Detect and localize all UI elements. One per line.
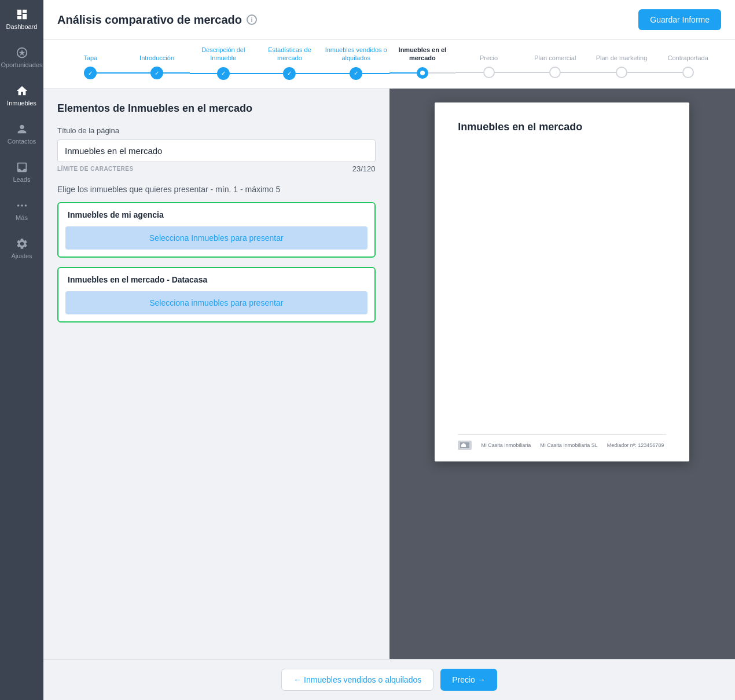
preview-footer-mediador: Mediador nº: 123456789: [607, 442, 664, 448]
step-contraportada-dot: [682, 67, 694, 78]
step-vendidos[interactable]: Inmuebles vendidos o alquilados ✓: [323, 46, 389, 80]
header: Análisis comparativo de mercado i Guarda…: [43, 0, 735, 40]
sidebar-label-dashboard: Dashboard: [6, 23, 38, 30]
sidebar-label-contactos: Contactos: [8, 138, 36, 145]
page-title-input[interactable]: [57, 140, 376, 162]
sidebar-label-ajustes: Ajustes: [11, 252, 32, 259]
step-contraportada[interactable]: Contraportada: [655, 46, 721, 78]
step-descripcion-dot: ✓: [217, 67, 230, 80]
step-vendidos-label: Inmuebles vendidos o alquilados: [323, 46, 389, 63]
select-hint: Elige los inmuebles que quieres presenta…: [57, 185, 376, 194]
datacasa-properties-section: Inmuebles en el mercado - Datacasa Selec…: [57, 267, 376, 322]
sidebar-item-contactos[interactable]: Contactos: [0, 115, 43, 153]
header-title-area: Análisis comparativo de mercado i: [57, 13, 257, 27]
step-descripcion[interactable]: Descripción del Inmueble ✓: [190, 46, 256, 80]
step-comercial-label: Plan comercial: [534, 46, 576, 62]
step-comercial-dot: [549, 67, 561, 78]
page-title: Análisis comparativo de mercado: [57, 13, 242, 27]
char-count-value: 23/120: [352, 164, 376, 173]
bottom-nav: ← Inmuebles vendidos o alquilados Precio…: [43, 659, 735, 700]
agency-section-header: Inmuebles de mi agencia: [58, 203, 374, 226]
sidebar-item-mas[interactable]: Más: [0, 191, 43, 229]
agency-select-button[interactable]: Selecciona Inmuebles para presentar: [65, 226, 368, 250]
sidebar-label-inmuebles: Inmuebles: [7, 100, 36, 107]
home-icon: [16, 85, 28, 97]
step-estadisticas-dot: ✓: [283, 67, 296, 80]
person-icon: [16, 123, 28, 135]
step-precio-dot: [483, 67, 495, 78]
prev-button[interactable]: ← Inmuebles vendidos o alquilados: [281, 669, 433, 691]
preview-page: Inmuebles en el mercado Mi Casita Inmobi…: [435, 102, 689, 461]
prev-button-label: ← Inmuebles vendidos o alquilados: [293, 675, 421, 684]
step-precio-label: Precio: [480, 46, 498, 62]
step-tapa-dot: ✓: [84, 67, 97, 79]
step-comercial[interactable]: Plan comercial: [522, 46, 589, 78]
main-content: Análisis comparativo de mercado i Guarda…: [43, 0, 735, 700]
section-title: Elementos de Inmuebles en el mercado: [57, 102, 376, 115]
next-button-label: Precio →: [452, 675, 486, 684]
dashboard-icon: [16, 8, 28, 21]
save-button[interactable]: Guardar Informe: [638, 9, 721, 30]
preview-content: [458, 145, 666, 423]
datacasa-select-button[interactable]: Selecciona inmuebles para presentar: [65, 291, 368, 314]
step-estadisticas[interactable]: Estadísticas de mercado ✓: [256, 46, 323, 80]
preview-footer-legal: Mi Casita Inmobiliaria SL: [540, 442, 598, 448]
svg-point-3: [24, 204, 27, 207]
char-count-label: LÍMITE DE CARACTERES: [57, 166, 134, 172]
sidebar-item-ajustes[interactable]: Ajustes: [0, 229, 43, 267]
step-mercado[interactable]: Inmuebles en el mercado: [389, 46, 456, 79]
step-tapa[interactable]: Tapa ✓: [57, 46, 124, 79]
sidebar-label-mas: Más: [16, 214, 28, 221]
dots-icon: [16, 199, 28, 212]
stepper-steps: Tapa ✓ Introducción ✓ Descripción del In: [57, 46, 721, 80]
step-introduccion[interactable]: Introducción ✓: [124, 46, 190, 79]
step-vendidos-dot: ✓: [350, 67, 362, 80]
step-mercado-label: Inmuebles en el mercado: [389, 46, 456, 63]
step-marketing[interactable]: Plan de marketing: [589, 46, 655, 78]
next-button[interactable]: Precio →: [440, 669, 497, 691]
star-icon: [16, 46, 28, 59]
right-panel: Inmuebles en el mercado Mi Casita Inmobi…: [389, 89, 736, 659]
svg-point-2: [21, 204, 23, 207]
page-title-label: Título de la página: [57, 126, 376, 135]
step-precio[interactable]: Precio: [455, 46, 522, 78]
preview-footer: Mi Casita Inmobiliaria Mi Casita Inmobil…: [458, 434, 666, 450]
company-logo: [458, 441, 472, 450]
sidebar: Dashboard Oportunidades Inmuebles Contac…: [0, 0, 43, 700]
inbox-icon: [16, 161, 28, 174]
svg-point-1: [17, 204, 19, 207]
info-icon[interactable]: i: [247, 14, 257, 25]
datacasa-section-header: Inmuebles en el mercado - Datacasa: [58, 268, 374, 291]
sidebar-item-inmuebles[interactable]: Inmuebles: [0, 76, 43, 115]
step-marketing-label: Plan de marketing: [596, 46, 648, 62]
preview-footer-company: Mi Casita Inmobiliaria: [481, 442, 531, 448]
sidebar-item-oportunidades[interactable]: Oportunidades: [0, 38, 43, 76]
sidebar-item-dashboard[interactable]: Dashboard: [0, 0, 43, 38]
step-descripcion-label: Descripción del Inmueble: [190, 46, 256, 63]
step-estadisticas-label: Estadísticas de mercado: [256, 46, 323, 63]
step-mercado-dot: [417, 67, 428, 79]
sidebar-item-leads[interactable]: Leads: [0, 153, 43, 191]
step-introduccion-dot: ✓: [150, 67, 163, 79]
step-contraportada-label: Contraportada: [668, 46, 708, 62]
step-marketing-dot: [616, 67, 627, 78]
sidebar-label-leads: Leads: [13, 176, 31, 183]
preview-footer-logo: [458, 441, 472, 450]
gear-icon: [16, 237, 28, 250]
step-tapa-label: Tapa: [83, 46, 97, 62]
sidebar-label-oportunidades: Oportunidades: [1, 61, 42, 68]
preview-page-title: Inmuebles en el mercado: [458, 121, 666, 133]
left-panel: Elementos de Inmuebles en el mercado Tít…: [43, 89, 389, 659]
content-area: Elementos de Inmuebles en el mercado Tít…: [43, 89, 735, 659]
stepper: Tapa ✓ Introducción ✓ Descripción del In: [43, 40, 735, 89]
char-count-row: LÍMITE DE CARACTERES 23/120: [57, 164, 376, 173]
agency-properties-section: Inmuebles de mi agencia Selecciona Inmue…: [57, 202, 376, 258]
step-introduccion-label: Introducción: [139, 46, 174, 62]
